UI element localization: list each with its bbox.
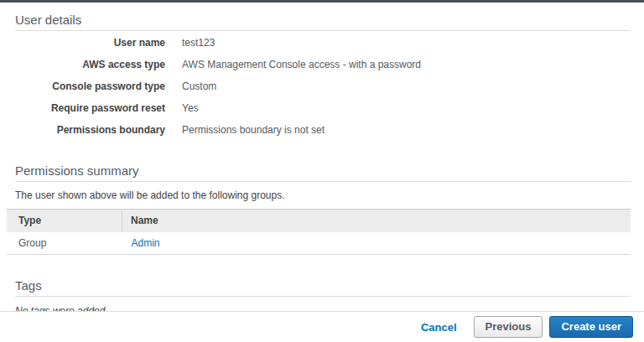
- cancel-link[interactable]: Cancel: [421, 321, 457, 334]
- create-user-button[interactable]: Create user: [549, 316, 633, 338]
- detail-row-password-reset: Require password reset Yes: [15, 97, 631, 119]
- detail-label: User name: [15, 37, 165, 49]
- section-divider: [15, 296, 631, 297]
- review-page: User details User name test123 AWS acces…: [0, 3, 644, 317]
- user-details-list: User name test123 AWS access type AWS Ma…: [15, 32, 631, 141]
- tags-title: Tags: [15, 268, 631, 293]
- previous-button[interactable]: Previous: [474, 316, 543, 338]
- column-header-type: Type: [7, 210, 122, 232]
- wizard-footer: Cancel Previous Create user: [0, 311, 644, 342]
- detail-value: Permissions boundary is not set: [182, 124, 325, 136]
- section-divider: [15, 30, 631, 31]
- detail-value: AWS Management Console access - with a p…: [182, 59, 421, 70]
- groups-table: Type Name Group Admin: [7, 209, 631, 255]
- table-row: Group Admin: [7, 232, 631, 255]
- detail-value: Yes: [182, 102, 199, 114]
- detail-label: AWS access type: [15, 59, 165, 70]
- detail-value: test123: [182, 37, 215, 49]
- detail-row-permissions-boundary: Permissions boundary Permissions boundar…: [15, 119, 631, 141]
- detail-value: Custom: [182, 80, 216, 92]
- detail-row-user-name: User name test123: [15, 32, 631, 54]
- groups-table-header-row: Type Name: [7, 210, 631, 232]
- column-header-name: Name: [122, 210, 631, 232]
- group-type-cell: Group: [7, 232, 122, 255]
- detail-label: Console password type: [15, 80, 165, 92]
- group-admin-link[interactable]: Admin: [132, 237, 160, 249]
- permissions-summary-description: The user shown above will be added to th…: [15, 189, 631, 201]
- user-details-title: User details: [15, 3, 631, 28]
- group-name-cell: Admin: [122, 232, 631, 255]
- detail-row-password-type: Console password type Custom: [15, 75, 631, 97]
- detail-label: Require password reset: [15, 102, 165, 114]
- section-divider: [15, 181, 631, 182]
- detail-label: Permissions boundary: [15, 124, 165, 136]
- detail-row-access-type: AWS access type AWS Management Console a…: [15, 54, 631, 75]
- permissions-summary-title: Permissions summary: [15, 153, 631, 179]
